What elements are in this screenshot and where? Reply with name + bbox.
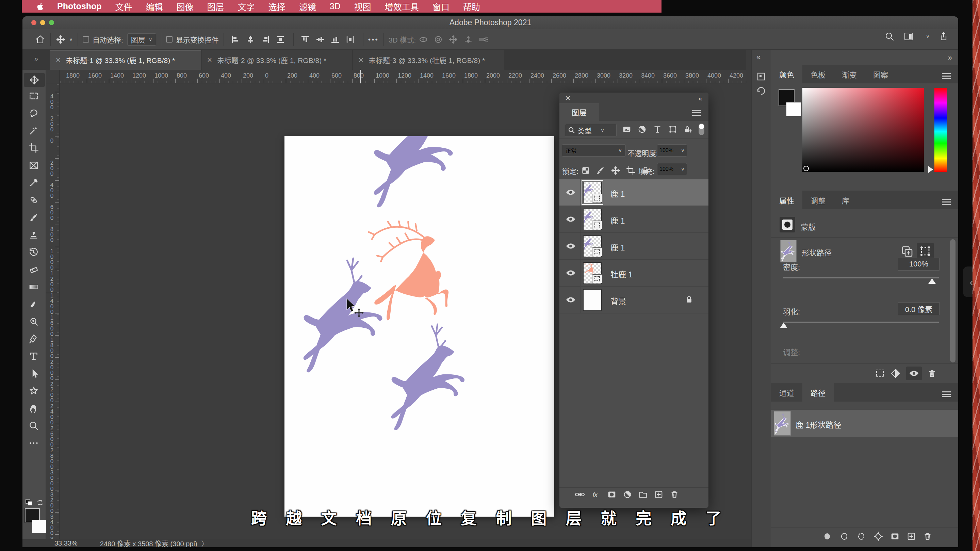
feather-value[interactable]: 0.0 像素 (898, 302, 940, 315)
close-tab-icon[interactable]: ✕ (358, 56, 364, 64)
feather-slider[interactable] (783, 322, 939, 323)
status-chevron[interactable]: 〉 (202, 538, 208, 548)
plus-icon[interactable] (907, 532, 916, 541)
search-icon[interactable] (885, 31, 894, 41)
collapse-dock-icon[interactable]: « (756, 53, 760, 62)
density-slider[interactable] (783, 277, 939, 279)
dot-dashed-icon[interactable] (856, 531, 866, 541)
layer-visibility-eye[interactable] (566, 296, 576, 304)
deer-bottom[interactable] (387, 317, 476, 435)
horizontal-ruler[interactable]: 1800160014001200100080060040020002004006… (60, 70, 746, 83)
layer-row-4[interactable]: 牡鹿 1 (559, 260, 708, 287)
background-color-swatch[interactable] (786, 102, 801, 116)
plus-icon[interactable] (654, 490, 663, 499)
layers-panel-menu-icon[interactable] (692, 108, 701, 117)
color-panel-menu-icon[interactable] (942, 72, 951, 80)
home-icon[interactable] (35, 34, 46, 45)
vertical-ruler[interactable]: 4002000200400600800100012001400160018002… (46, 83, 60, 539)
move-icon[interactable] (611, 166, 620, 175)
add-mask-icon[interactable] (900, 245, 914, 258)
tool-smudge[interactable] (28, 299, 40, 311)
properties-tab-3[interactable]: 库 (834, 191, 858, 209)
tool-history[interactable] (28, 247, 40, 259)
dot-fill-icon[interactable] (822, 531, 832, 541)
tool-crop[interactable] (28, 143, 40, 155)
color-tab-1[interactable]: 颜色 (771, 65, 802, 83)
align-r-icon[interactable] (261, 34, 271, 45)
align-c-icon[interactable] (246, 34, 256, 45)
menu-item-2[interactable]: 编辑 (146, 0, 163, 13)
shape-frame-icon[interactable] (917, 243, 934, 260)
share-icon[interactable] (939, 31, 949, 41)
tool-move[interactable] (24, 73, 45, 87)
fill-value-box[interactable]: 100% ∨ (657, 163, 687, 175)
menu-item-6[interactable]: 选择 (269, 0, 285, 13)
type-sm-icon[interactable] (653, 124, 662, 134)
tool-brush[interactable] (28, 212, 40, 224)
document-tab-2[interactable]: ✕未标题-2 @ 33.3% (鹿 1, RGB/8) * (202, 50, 353, 70)
apple-icon[interactable] (36, 2, 45, 11)
menu-item-photoshop[interactable]: Photoshop (57, 2, 102, 11)
tool-type[interactable] (28, 351, 40, 363)
layer-visibility-eye[interactable] (566, 242, 576, 250)
diamond-icon[interactable] (873, 531, 883, 541)
shape-path-thumbnail[interactable] (780, 240, 797, 263)
properties-scrollbar[interactable] (950, 239, 956, 363)
color-field-cursor[interactable] (803, 166, 809, 171)
threed-4-icon[interactable] (463, 34, 473, 45)
menu-item-1[interactable]: 文件 (115, 0, 132, 13)
tool-path-select[interactable] (28, 368, 40, 381)
folder-icon[interactable] (638, 490, 648, 499)
align-l-icon[interactable] (231, 34, 241, 45)
layer-visibility-eye[interactable] (566, 215, 576, 223)
align-t-icon[interactable] (301, 34, 311, 45)
paths-panel-menu-icon[interactable] (942, 390, 951, 398)
feather-slider-thumb[interactable] (780, 319, 788, 328)
tool-zoom[interactable] (28, 420, 40, 433)
align-b-icon[interactable] (331, 34, 341, 45)
layer-row-1[interactable]: 鹿 1 (559, 179, 708, 206)
document-tab-1[interactable]: ✕未标题-1 @ 33.3% (鹿 1, RGB/8) * (50, 50, 202, 70)
layer-row-3[interactable]: 鹿 1 (559, 233, 708, 260)
tool-eraser[interactable] (28, 264, 40, 276)
menu-item-3[interactable]: 图像 (177, 0, 194, 13)
mask-icon[interactable] (890, 532, 900, 541)
dist-v-icon[interactable] (346, 34, 356, 45)
paths-tab-1[interactable]: 通道 (771, 383, 802, 401)
tool-hand[interactable] (28, 403, 40, 415)
align-m-icon[interactable] (316, 34, 326, 45)
title-bar[interactable]: Adobe Photoshop 2021 (22, 16, 958, 29)
blend-mode-select[interactable]: 正常 ∨ (562, 144, 626, 156)
crop-icon[interactable] (626, 166, 636, 175)
close-tab-icon[interactable]: ✕ (207, 56, 212, 64)
fx-icon[interactable]: fx (592, 490, 601, 499)
collapse-panel-icon[interactable]: « (698, 94, 702, 102)
tool-lasso[interactable] (28, 108, 40, 120)
layers-tab[interactable]: 图层 (559, 103, 599, 121)
deer-top[interactable] (369, 136, 465, 212)
close-panel-icon[interactable]: ✕ (565, 94, 571, 102)
trash-icon[interactable] (670, 490, 679, 499)
lock-plus-icon[interactable] (683, 124, 693, 134)
close-tab-icon[interactable]: ✕ (56, 56, 61, 64)
paths-tab-2[interactable]: 路径 (802, 383, 834, 401)
tab-overflow-chevrons[interactable]: » (22, 50, 50, 70)
menu-item-7[interactable]: 滤镜 (299, 0, 316, 13)
trash-icon[interactable] (927, 369, 937, 378)
tool-gradient[interactable] (28, 282, 40, 294)
threed-1-icon[interactable] (418, 34, 428, 45)
filter-toggle-pill[interactable] (698, 124, 705, 135)
workspace-icon[interactable] (904, 31, 914, 41)
document-tab-3[interactable]: ✕未标题-3 @ 33.3% (牡鹿 1, RGB/8) * (353, 50, 504, 70)
mask-icon[interactable] (607, 490, 617, 499)
menu-item-11[interactable]: 窗口 (433, 0, 450, 13)
show-transform-checkbox[interactable] (166, 36, 172, 43)
more-options[interactable]: ••• (368, 35, 379, 43)
eye-icon[interactable] (906, 366, 922, 380)
color-tab-3[interactable]: 渐变 (834, 65, 865, 83)
adjust-icon[interactable] (623, 490, 632, 499)
color-field[interactable] (802, 88, 924, 172)
layer-visibility-eye[interactable] (566, 269, 576, 277)
menu-item-5[interactable]: 文字 (238, 0, 255, 13)
density-slider-thumb[interactable] (928, 275, 936, 284)
